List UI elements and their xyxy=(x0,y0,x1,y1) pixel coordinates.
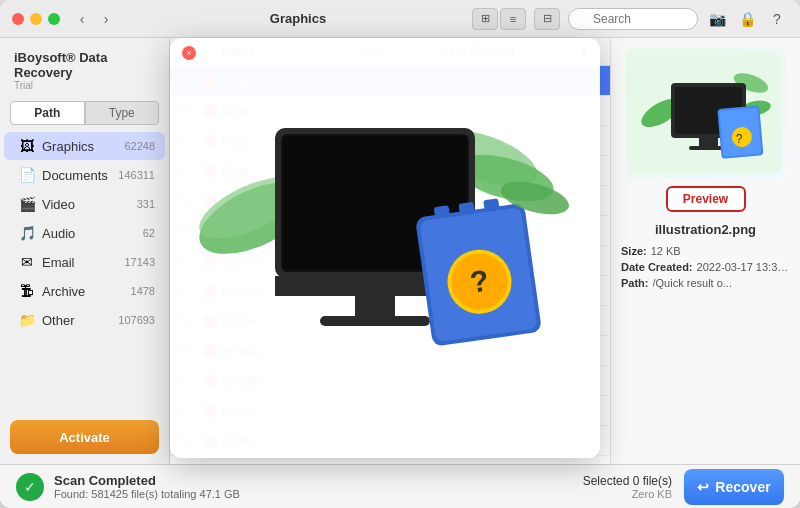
nav-arrows: ‹ › xyxy=(72,9,116,29)
svg-rect-6 xyxy=(699,138,718,146)
preview-svg: ? xyxy=(195,78,575,418)
sidebar-item-count: 107693 xyxy=(118,314,155,326)
sidebar-item-video[interactable]: 🎬 Video 331 xyxy=(4,190,165,218)
help-button[interactable]: ? xyxy=(766,8,788,30)
sidebar-item-count: 331 xyxy=(137,198,155,210)
sidebar-item-documents[interactable]: 📄 Documents 146311 xyxy=(4,161,165,189)
list-view-button[interactable]: ≡ xyxy=(500,8,526,30)
sidebar-item-count: 146311 xyxy=(118,169,155,181)
sidebar-item-count: 62 xyxy=(143,227,155,239)
sidebar-item-label: Email xyxy=(42,255,124,270)
scan-complete-icon: ✓ xyxy=(16,473,44,501)
size-label: Size: xyxy=(621,245,647,257)
sidebar-item-label: Documents xyxy=(42,168,118,183)
graphics-icon: 🖼 xyxy=(18,137,36,155)
sidebar-item-count: 17143 xyxy=(124,256,155,268)
file-info-rows: Size: 12 KB Date Created: 2022-03-17 13:… xyxy=(621,245,790,293)
selected-files: Selected 0 file(s) xyxy=(583,474,672,488)
size-value: 12 KB xyxy=(651,245,681,257)
svg-rect-22 xyxy=(320,316,430,326)
recover-label: Recover xyxy=(715,479,770,495)
file-path-row: Path: /Quick result o... xyxy=(621,277,790,289)
scan-title: Scan Completed xyxy=(54,473,583,488)
preview-overlay: × xyxy=(170,38,600,458)
sidebar-item-email[interactable]: ✉ Email 17143 xyxy=(4,248,165,276)
right-panel: ? Preview illustration2.png Size: 12 KB … xyxy=(610,38,800,464)
archive-icon: 🗜 xyxy=(18,282,36,300)
minimize-button[interactable] xyxy=(30,13,42,25)
thumbnail-svg: ? xyxy=(631,53,781,173)
date-value: 2022-03-17 13:38:34 xyxy=(697,261,790,273)
view-toggle: ⊞ ≡ xyxy=(472,8,526,30)
tab-path[interactable]: Path xyxy=(10,101,85,125)
file-info-title: illustration2.png xyxy=(655,222,756,237)
overlay-close-button[interactable]: × xyxy=(182,46,196,60)
main-window: ‹ › Graphics ⊞ ≡ ⊟ 🔍 📷 🔒 ? iBoysoft® Da xyxy=(0,0,800,508)
sidebar-item-audio[interactable]: 🎵 Audio 62 xyxy=(4,219,165,247)
back-button[interactable]: ‹ xyxy=(72,9,92,29)
sidebar-item-other[interactable]: 📁 Other 107693 xyxy=(4,306,165,334)
search-wrapper: 🔍 xyxy=(568,8,698,30)
sidebar-tabs: Path Type xyxy=(0,95,169,131)
app-title: iBoysoft® Data Recovery xyxy=(14,50,155,80)
camera-button[interactable]: 📷 xyxy=(706,8,728,30)
sidebar-brand: iBoysoft® Data Recovery Trial xyxy=(0,38,169,95)
close-button[interactable] xyxy=(12,13,24,25)
selected-info: Selected 0 file(s) Zero KB xyxy=(583,474,672,500)
title-text: Graphics xyxy=(270,11,326,26)
maximize-button[interactable] xyxy=(48,13,60,25)
sidebar-item-label: Audio xyxy=(42,226,143,241)
file-date-row: Date Created: 2022-03-17 13:38:34 xyxy=(621,261,790,273)
path-label: Path: xyxy=(621,277,649,289)
preview-button[interactable]: Preview xyxy=(666,186,746,212)
recover-button[interactable]: ↩ Recover xyxy=(684,469,784,505)
email-icon: ✉ xyxy=(18,253,36,271)
grid-view-button[interactable]: ⊞ xyxy=(472,8,498,30)
selected-size: Zero KB xyxy=(583,488,672,500)
sidebar-item-archive[interactable]: 🗜 Archive 1478 xyxy=(4,277,165,305)
search-input[interactable] xyxy=(568,8,698,30)
toolbar-right: ⊞ ≡ ⊟ 🔍 📷 🔒 ? xyxy=(472,8,788,30)
svg-rect-21 xyxy=(355,296,395,318)
svg-text:?: ? xyxy=(735,132,742,146)
tab-type[interactable]: Type xyxy=(85,101,160,125)
traffic-lights xyxy=(12,13,60,25)
sidebar-item-label: Video xyxy=(42,197,137,212)
recover-icon: ↩ xyxy=(697,479,709,495)
sidebar-item-label: Other xyxy=(42,313,118,328)
filter-button[interactable]: ⊟ xyxy=(534,8,560,30)
window-title: Graphics xyxy=(124,11,472,26)
sidebar-item-label: Graphics xyxy=(42,139,124,154)
preview-thumbnail: ? xyxy=(626,48,786,178)
sidebar-item-count: 62248 xyxy=(124,140,155,152)
sidebar: iBoysoft® Data Recovery Trial Path Type … xyxy=(0,38,170,464)
status-bar: ✓ Scan Completed Found: 581425 file(s) t… xyxy=(0,464,800,508)
app-subtitle: Trial xyxy=(14,80,155,91)
sidebar-item-graphics[interactable]: 🖼 Graphics 62248 xyxy=(4,132,165,160)
path-value: /Quick result o... xyxy=(653,277,732,289)
sidebar-item-count: 1478 xyxy=(131,285,155,297)
video-icon: 🎬 xyxy=(18,195,36,213)
documents-icon: 📄 xyxy=(18,166,36,184)
sidebar-items: 🖼 Graphics 62248 📄 Documents 146311 🎬 Vi… xyxy=(0,131,169,410)
lock-button[interactable]: 🔒 xyxy=(736,8,758,30)
scan-text: Scan Completed Found: 581425 file(s) tot… xyxy=(54,473,583,500)
sidebar-item-label: Archive xyxy=(42,284,131,299)
date-label: Date Created: xyxy=(621,261,693,273)
scan-sub: Found: 581425 file(s) totaling 47.1 GB xyxy=(54,488,583,500)
other-icon: 📁 xyxy=(18,311,36,329)
svg-rect-26 xyxy=(458,202,474,214)
forward-button[interactable]: › xyxy=(96,9,116,29)
title-bar: ‹ › Graphics ⊞ ≡ ⊟ 🔍 📷 🔒 ? xyxy=(0,0,800,38)
audio-icon: 🎵 xyxy=(18,224,36,242)
sidebar-activate: Activate xyxy=(0,410,169,464)
file-size-row: Size: 12 KB xyxy=(621,245,790,257)
svg-rect-27 xyxy=(483,198,499,210)
activate-button[interactable]: Activate xyxy=(10,420,159,454)
svg-rect-25 xyxy=(434,205,450,217)
